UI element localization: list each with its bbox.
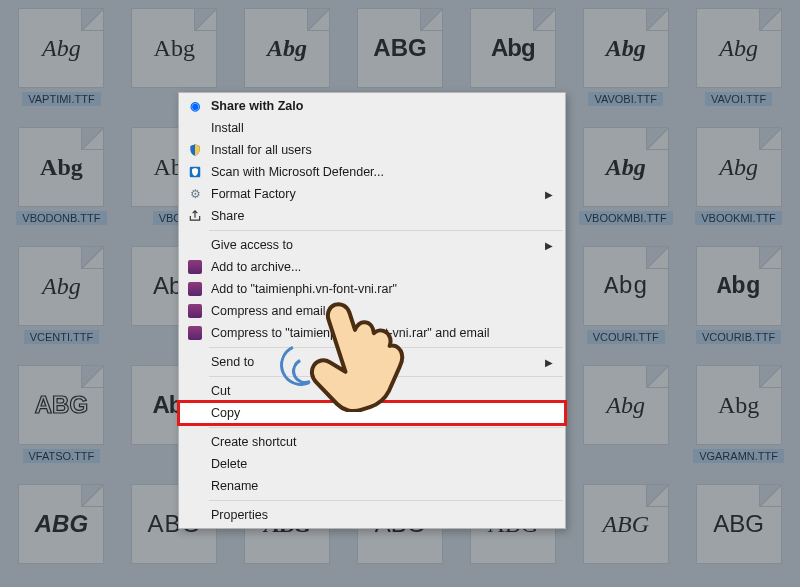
font-file-icon: Abg: [583, 127, 669, 207]
file-label: VAVOI.TTF: [705, 92, 772, 106]
font-file-icon: Abg: [470, 8, 556, 88]
menu-install-all[interactable]: Install for all users: [179, 139, 565, 161]
font-file-icon: Abg: [583, 365, 669, 445]
font-file-item[interactable]: ABGVFATSO.TTF: [8, 361, 115, 476]
font-file-icon: ABG: [696, 484, 782, 564]
menu-label: Add to "taimienphi.vn-font-vni.rar": [211, 282, 555, 296]
font-file-item[interactable]: AbgVAVOI.TTF: [685, 4, 792, 119]
file-label: VGARAMN.TTF: [693, 449, 784, 463]
font-file-icon: Abg: [583, 246, 669, 326]
menu-label: Create shortcut: [211, 435, 555, 449]
blank-icon: [185, 507, 205, 523]
font-file-icon: Abg: [583, 8, 669, 88]
chevron-right-icon: ▶: [545, 240, 553, 251]
font-file-item[interactable]: ABG: [572, 480, 679, 583]
blank-icon: [185, 405, 205, 421]
share-icon: [185, 208, 205, 224]
archive-icon: [185, 325, 205, 341]
font-file-item[interactable]: ABG: [685, 480, 792, 583]
menu-add-archive[interactable]: Add to archive...: [179, 256, 565, 278]
font-file-item[interactable]: AbgVCENTI.TTF: [8, 242, 115, 357]
menu-share[interactable]: Share: [179, 205, 565, 227]
menu-separator: [209, 500, 563, 501]
context-menu: ◉ Share with Zalo Install Install for al…: [178, 92, 566, 529]
menu-separator: [209, 347, 563, 348]
font-file-item[interactable]: ABG: [8, 480, 115, 583]
font-file-item[interactable]: AbgVCOURI.TTF: [572, 242, 679, 357]
file-label: VBOOKMI.TTF: [695, 211, 782, 225]
menu-rename[interactable]: Rename: [179, 475, 565, 497]
blank-icon: [185, 120, 205, 136]
menu-properties[interactable]: Properties: [179, 504, 565, 526]
menu-label: Rename: [211, 479, 555, 493]
menu-defender[interactable]: Scan with Microsoft Defender...: [179, 161, 565, 183]
zalo-icon: ◉: [185, 98, 205, 114]
font-file-item[interactable]: AbgVBODONB.TTF: [8, 123, 115, 238]
font-file-icon: ABG: [357, 8, 443, 88]
menu-copy[interactable]: Copy: [179, 402, 565, 424]
file-label: VBODONB.TTF: [16, 211, 106, 225]
font-file-icon: Abg: [696, 127, 782, 207]
menu-label: Share with Zalo: [211, 99, 555, 113]
menu-label: Compress to "taimienphi.vn-font-vni.rar"…: [211, 326, 555, 340]
blank-icon: [185, 354, 205, 370]
menu-label: Install for all users: [211, 143, 555, 157]
menu-give-access[interactable]: Give access to ▶: [179, 234, 565, 256]
font-file-item[interactable]: AbgVCOURIB.TTF: [685, 242, 792, 357]
file-label: VCENTI.TTF: [24, 330, 100, 344]
menu-compress-email[interactable]: Compress and email...: [179, 300, 565, 322]
menu-label: Delete: [211, 457, 555, 471]
font-file-item[interactable]: AbgVAVOBI.TTF: [572, 4, 679, 119]
blank-icon: [185, 456, 205, 472]
blank-icon: [185, 237, 205, 253]
menu-label: Scan with Microsoft Defender...: [211, 165, 555, 179]
menu-install[interactable]: Install: [179, 117, 565, 139]
font-file-icon: Abg: [696, 365, 782, 445]
menu-format-factory[interactable]: ⚙ Format Factory ▶: [179, 183, 565, 205]
shield-icon: [185, 142, 205, 158]
font-file-item[interactable]: AbgVBOOKMI.TTF: [685, 123, 792, 238]
file-label: VFATSO.TTF: [23, 449, 101, 463]
file-label: VCOURIB.TTF: [696, 330, 781, 344]
menu-separator: [209, 427, 563, 428]
file-label: VBOOKMBI.TTF: [579, 211, 673, 225]
font-file-item[interactable]: AbgVAPTIMI.TTF: [8, 4, 115, 119]
file-label: VCOURI.TTF: [587, 330, 665, 344]
menu-label: Add to archive...: [211, 260, 555, 274]
menu-separator: [209, 376, 563, 377]
font-file-icon: ABG: [583, 484, 669, 564]
font-file-icon: Abg: [696, 8, 782, 88]
blank-icon: [185, 434, 205, 450]
menu-label: Give access to: [211, 238, 545, 252]
menu-label: Properties: [211, 508, 555, 522]
menu-send-to[interactable]: Send to ▶: [179, 351, 565, 373]
menu-delete[interactable]: Delete: [179, 453, 565, 475]
menu-add-named-archive[interactable]: Add to "taimienphi.vn-font-vni.rar": [179, 278, 565, 300]
format-factory-icon: ⚙: [185, 186, 205, 202]
menu-label: Cut: [211, 384, 555, 398]
archive-icon: [185, 259, 205, 275]
font-file-icon: Abg: [18, 8, 104, 88]
font-file-item[interactable]: AbgVBOOKMBI.TTF: [572, 123, 679, 238]
menu-label: Send to: [211, 355, 545, 369]
menu-label: Format Factory: [211, 187, 545, 201]
file-label: VAPTIMI.TTF: [22, 92, 100, 106]
menu-compress-named-email[interactable]: Compress to "taimienphi.vn-font-vni.rar"…: [179, 322, 565, 344]
menu-label: Compress and email...: [211, 304, 555, 318]
font-file-icon: Abg: [18, 246, 104, 326]
defender-icon: [185, 164, 205, 180]
font-file-item[interactable]: Abg: [572, 361, 679, 476]
font-file-icon: Abg: [244, 8, 330, 88]
font-file-icon: ABG: [18, 484, 104, 564]
menu-label: Install: [211, 121, 555, 135]
font-file-icon: Abg: [696, 246, 782, 326]
menu-create-shortcut[interactable]: Create shortcut: [179, 431, 565, 453]
blank-icon: [185, 383, 205, 399]
file-label: VAVOBI.TTF: [588, 92, 663, 106]
blank-icon: [185, 478, 205, 494]
menu-label: Share: [211, 209, 555, 223]
menu-share-zalo[interactable]: ◉ Share with Zalo: [179, 95, 565, 117]
menu-cut[interactable]: Cut: [179, 380, 565, 402]
chevron-right-icon: ▶: [545, 357, 553, 368]
font-file-item[interactable]: AbgVGARAMN.TTF: [685, 361, 792, 476]
